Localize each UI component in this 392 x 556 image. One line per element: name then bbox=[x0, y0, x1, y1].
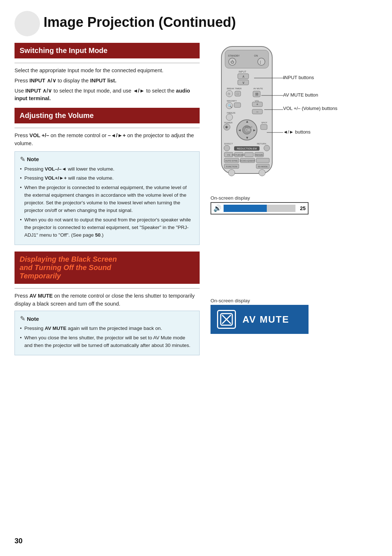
remote-illustration: STANDBY ON ⏻ | INPUT ∧ ∨ bbox=[214, 43, 279, 178]
svg-text:ECHO+QUEST: ECHO+QUEST bbox=[240, 160, 255, 162]
volume-note-item-2: Pressing VOL+/►+ will raise the volume. bbox=[20, 175, 194, 182]
svg-text:|: | bbox=[260, 60, 261, 64]
svg-text:□: □ bbox=[237, 92, 239, 95]
volume-number: 25 bbox=[298, 205, 306, 211]
switching-input-heading: Switching the Input Mode bbox=[20, 46, 195, 55]
volume-note-box: ✎ Note Pressing VOL–/–◄ will lower the v… bbox=[15, 151, 200, 245]
svg-text:3D MODE: 3D MODE bbox=[258, 165, 268, 168]
svg-rect-55 bbox=[245, 152, 253, 157]
adjusting-volume-content: Press VOL +/– on the remote control or –… bbox=[15, 132, 200, 148]
svg-text:▼: ▼ bbox=[245, 136, 249, 140]
svg-point-47 bbox=[224, 145, 230, 151]
svg-text:F3: F3 bbox=[227, 154, 230, 156]
volume-onscreen-section: On-screen display 🔊 25 bbox=[211, 192, 377, 214]
svg-text:RESIZE: RESIZE bbox=[255, 154, 263, 156]
av-mute-instruction: Press AV MUTE on the remote control or c… bbox=[15, 292, 200, 308]
volume-notes-list: Pressing VOL–/–◄ will lower the volume. … bbox=[20, 165, 194, 239]
svg-text:FUNCTION: FUNCTION bbox=[226, 165, 237, 168]
svg-text:◄: ◄ bbox=[238, 128, 241, 132]
av-mute-onscreen-label: On-screen display bbox=[211, 298, 377, 303]
page-number: 30 bbox=[15, 537, 23, 545]
av-mute-onscreen-section: On-screen display AV MUTE bbox=[211, 294, 377, 334]
volume-note-item-1: Pressing VOL–/–◄ will lower the volume. bbox=[20, 165, 194, 173]
av-mute-text: AV MUTE bbox=[242, 314, 289, 325]
svg-rect-27 bbox=[234, 103, 241, 107]
volume-instruction: Press VOL +/– on the remote control or –… bbox=[15, 132, 200, 148]
remote-section: STANDBY ON ⏻ | INPUT ∧ ∨ bbox=[211, 43, 377, 334]
svg-text:AUTO SYNC: AUTO SYNC bbox=[225, 160, 238, 162]
input-bold-1: INPUT ∧/∨ bbox=[29, 78, 56, 83]
svg-point-6 bbox=[258, 58, 265, 65]
right-column: STANDBY ON ⏻ | INPUT ∧ ∨ bbox=[211, 43, 377, 358]
svg-text:▲: ▲ bbox=[245, 119, 249, 123]
svg-text:EFFECT: EFFECT bbox=[224, 143, 233, 145]
switching-input-content: Select the appropriate Input mode for th… bbox=[15, 67, 200, 103]
av-mute-icon-box bbox=[217, 310, 236, 329]
av-mute-note-item-2: When you close the lens shutter, the pro… bbox=[20, 334, 194, 349]
svg-rect-62 bbox=[256, 158, 269, 163]
av-mute-note-item-1: Pressing AV MUTE again will turn the pro… bbox=[20, 325, 194, 332]
svg-text:ON: ON bbox=[254, 54, 258, 57]
section-divider-3 bbox=[15, 288, 200, 289]
av-mute-button-label: AV MUTE button bbox=[283, 92, 318, 98]
svg-point-68 bbox=[259, 169, 265, 176]
svg-text:∧: ∧ bbox=[242, 74, 245, 78]
svg-text:⊠: ⊠ bbox=[255, 92, 258, 96]
svg-text:ENTER: ENTER bbox=[245, 126, 253, 128]
svg-text:►: ► bbox=[253, 128, 256, 132]
av-mute-display: AV MUTE bbox=[211, 305, 309, 334]
svg-text:✱: ✱ bbox=[225, 125, 228, 129]
svg-text:–: – bbox=[256, 110, 258, 114]
av-mute-notes-list: Pressing AV MUTE again will turn the pro… bbox=[20, 325, 194, 349]
svg-text:AV MUTE: AV MUTE bbox=[253, 87, 263, 90]
nav-buttons-label: ◄/► buttons bbox=[283, 129, 311, 135]
volume-note-item-4: When you do not want to output the sound… bbox=[20, 216, 194, 239]
input-buttons-label: INPUT buttons bbox=[283, 75, 314, 80]
av-mute-note-box: ✎ Note Pressing AV MUTE again will turn … bbox=[15, 311, 200, 355]
black-screen-section-bar: Displaying the Black Screenand Turning O… bbox=[15, 252, 200, 284]
volume-bar-background bbox=[224, 205, 295, 212]
svg-point-67 bbox=[228, 169, 235, 176]
svg-text:FREEZE: FREEZE bbox=[227, 112, 236, 114]
section-divider-1 bbox=[15, 63, 200, 63]
svg-point-29 bbox=[226, 114, 233, 120]
nav-bold: ◄/► bbox=[133, 88, 145, 94]
svg-rect-36 bbox=[261, 124, 267, 130]
note-icon-2: ✎ bbox=[20, 315, 25, 323]
svg-text:🔍: 🔍 bbox=[228, 103, 232, 108]
volume-speaker-icon: 🔊 bbox=[213, 204, 221, 212]
svg-text:POWER: POWER bbox=[224, 122, 233, 124]
svg-text:∨: ∨ bbox=[242, 81, 245, 85]
volume-note-item-3: When the projector is connected to exter… bbox=[20, 184, 194, 214]
svg-text:MAGNIFY: MAGNIFY bbox=[227, 100, 237, 102]
adjusting-volume-heading: Adjusting the Volume bbox=[20, 111, 195, 120]
adjusting-volume-section-bar: Adjusting the Volume bbox=[15, 108, 200, 123]
page-title: Image Projection (Continued) bbox=[33, 15, 236, 30]
note-icon-1: ✎ bbox=[20, 155, 25, 163]
svg-text:REDUCTION-EM: REDUCTION-EM bbox=[237, 147, 257, 150]
av-mute-note-header: ✎ Note bbox=[20, 315, 194, 323]
av-mute-note-label: Note bbox=[27, 316, 39, 322]
main-layout: Switching the Input Mode Select the appr… bbox=[15, 43, 377, 358]
left-column: Switching the Input Mode Select the appr… bbox=[15, 43, 200, 358]
svg-text:SPOT: SPOT bbox=[261, 122, 268, 124]
volume-onscreen-label: On-screen display bbox=[211, 195, 377, 201]
section-divider-2 bbox=[15, 128, 200, 128]
volume-bar-fill bbox=[224, 205, 267, 212]
svg-text:◷: ◷ bbox=[228, 92, 230, 95]
svg-text:OK: OK bbox=[245, 128, 251, 132]
switching-input-instruction1: Press INPUT ∧/∨ to display the INPUT lis… bbox=[15, 77, 200, 85]
svg-text:BREAK TIMER: BREAK TIMER bbox=[227, 87, 242, 90]
input-bold-2: INPUT ∧/∨ bbox=[25, 88, 52, 94]
svg-text:⏻: ⏻ bbox=[230, 60, 234, 64]
volume-note-label: Note bbox=[27, 156, 39, 162]
svg-text:INPUT: INPUT bbox=[239, 70, 247, 73]
black-screen-heading: Displaying the Black Screenand Turning O… bbox=[20, 255, 195, 280]
svg-text:PICTUR.MOD: PICTUR.MOD bbox=[232, 154, 246, 156]
switching-input-intro: Select the appropriate Input mode for th… bbox=[15, 67, 200, 75]
svg-text:STANDBY: STANDBY bbox=[228, 54, 240, 57]
page-title-area: Image Projection (Continued) bbox=[15, 15, 377, 36]
svg-text:+: + bbox=[256, 102, 258, 106]
svg-text:VOL: VOL bbox=[255, 100, 260, 102]
switching-input-instruction2: Use INPUT ∧/∨ to select the Input mode, … bbox=[15, 87, 200, 103]
